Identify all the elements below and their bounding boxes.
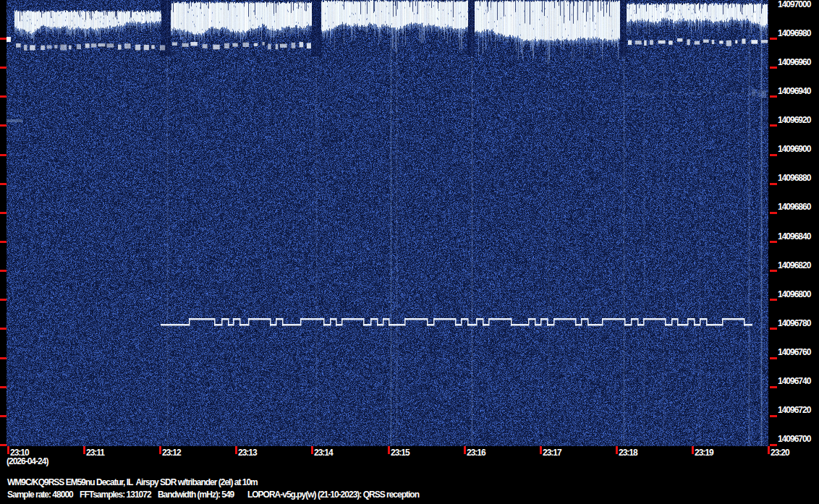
frequency-label: 14096780 bbox=[778, 318, 810, 328]
freq-tick-left bbox=[0, 212, 7, 214]
freq-tick-right bbox=[770, 415, 777, 417]
time-label: 23:17 bbox=[543, 448, 561, 458]
time-tick bbox=[464, 446, 466, 454]
frequency-label: 14096900 bbox=[778, 144, 810, 154]
time-tick bbox=[616, 446, 618, 454]
time-label: 23:12 bbox=[162, 448, 181, 458]
freq-tick-left bbox=[0, 328, 7, 330]
freq-tick-left bbox=[0, 95, 7, 98]
freq-tick-right bbox=[770, 154, 777, 156]
frequency-label: 14097000 bbox=[778, 0, 810, 9]
freq-tick-left bbox=[0, 357, 7, 359]
receiver-settings-line: Sample rate: 48000 FFTsamples: 131072 Ba… bbox=[7, 490, 419, 500]
frequency-label: 14096880 bbox=[778, 173, 810, 183]
freq-tick-right bbox=[770, 183, 777, 185]
frequency-label: 14096700 bbox=[778, 434, 810, 444]
frequency-label: 14096940 bbox=[778, 86, 810, 96]
freq-tick-right bbox=[770, 212, 777, 214]
time-tick bbox=[692, 446, 694, 454]
time-tick bbox=[311, 446, 313, 454]
time-tick bbox=[388, 446, 390, 454]
freq-tick-right bbox=[770, 95, 777, 98]
freq-tick-left bbox=[0, 38, 7, 40]
time-tick bbox=[7, 446, 9, 454]
time-tick bbox=[83, 446, 85, 454]
time-label: 23:13 bbox=[238, 448, 257, 458]
freq-tick-left bbox=[0, 270, 7, 272]
time-label: 23:18 bbox=[619, 448, 637, 458]
freq-tick-right bbox=[770, 241, 777, 243]
freq-tick-left bbox=[0, 241, 7, 243]
freq-tick-left bbox=[0, 67, 7, 69]
frequency-label: 14096800 bbox=[778, 289, 810, 299]
freq-tick-left bbox=[0, 444, 7, 446]
time-tick bbox=[235, 446, 237, 454]
freq-tick-right bbox=[770, 328, 777, 330]
freq-tick-right bbox=[770, 67, 777, 69]
freq-tick-left bbox=[0, 183, 7, 185]
freq-tick-left bbox=[0, 154, 7, 156]
frequency-label: 14096960 bbox=[778, 57, 810, 67]
time-label: 23:20 bbox=[771, 448, 789, 458]
frequency-label: 14096860 bbox=[778, 202, 810, 212]
date-label: (2026-04-24) bbox=[7, 456, 48, 466]
time-label: 23:15 bbox=[391, 448, 410, 458]
freq-tick-right bbox=[770, 444, 777, 446]
freq-tick-right bbox=[770, 357, 777, 359]
frequency-label: 14096760 bbox=[778, 347, 810, 357]
freq-tick-left bbox=[0, 415, 7, 417]
freq-tick-left bbox=[0, 386, 7, 388]
frequency-label: 14096840 bbox=[778, 231, 810, 242]
freq-tick-right bbox=[770, 124, 777, 127]
frequency-label: 14096720 bbox=[778, 405, 810, 415]
time-label: 23:14 bbox=[314, 448, 333, 458]
time-label: 23:11 bbox=[86, 448, 104, 458]
spectrogram-canvas bbox=[7, 0, 768, 446]
freq-tick-right bbox=[770, 38, 777, 40]
time-label: 23:19 bbox=[695, 448, 713, 458]
qrss-grabber-screen: 1409700014096980140969601409694014096920… bbox=[0, 0, 819, 504]
frequency-label: 14096820 bbox=[778, 260, 810, 270]
station-info-line: WM9C/KQ9RSS EM59nu Decatur, IL Airspy SD… bbox=[7, 477, 258, 487]
frequency-label: 14096980 bbox=[778, 28, 810, 38]
frequency-label: 14096920 bbox=[778, 115, 810, 125]
freq-tick-left bbox=[0, 124, 7, 127]
freq-tick-right bbox=[770, 299, 777, 301]
time-label: 23:16 bbox=[467, 448, 485, 458]
freq-tick-left bbox=[0, 299, 7, 301]
freq-tick-right bbox=[770, 386, 777, 388]
time-tick bbox=[159, 446, 161, 454]
time-tick bbox=[540, 446, 542, 454]
time-tick bbox=[768, 446, 770, 454]
freq-tick-right bbox=[770, 270, 777, 272]
frequency-label: 14096740 bbox=[778, 376, 810, 386]
